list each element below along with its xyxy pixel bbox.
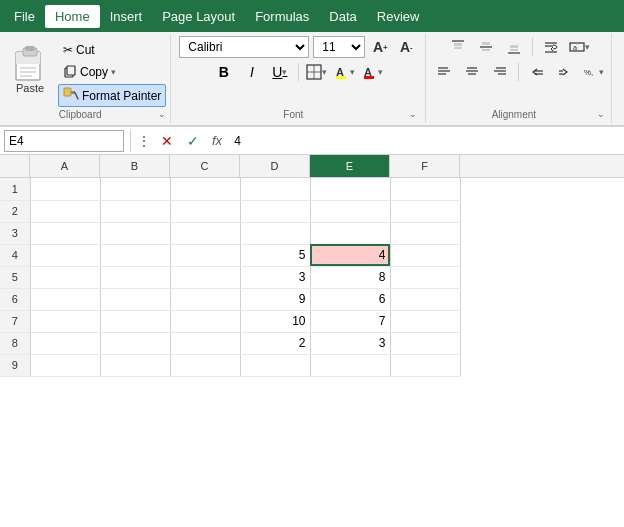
cell-A2[interactable]	[30, 200, 100, 222]
font-size-select[interactable]: 11	[313, 36, 365, 58]
row-header-3[interactable]: 3	[0, 222, 30, 244]
formula-input[interactable]	[230, 130, 620, 152]
row-header-2[interactable]: 2	[0, 200, 30, 222]
cell-D2[interactable]	[240, 200, 310, 222]
number-format-button[interactable]: %, ▾	[581, 61, 605, 83]
menu-page-layout[interactable]: Page Layout	[152, 5, 245, 28]
row-header-9[interactable]: 9	[0, 354, 30, 376]
corner-cell[interactable]	[0, 155, 30, 177]
cell-C9[interactable]	[170, 354, 240, 376]
menu-data[interactable]: Data	[319, 5, 366, 28]
cell-D1[interactable]	[240, 178, 310, 200]
cancel-button[interactable]: ✕	[156, 130, 178, 152]
paste-button[interactable]: Paste	[4, 40, 56, 96]
align-right-button[interactable]	[488, 61, 512, 83]
cell-A8[interactable]	[30, 332, 100, 354]
align-center-button[interactable]	[460, 61, 484, 83]
cell-F2[interactable]	[390, 200, 460, 222]
cell-C4[interactable]	[170, 244, 240, 266]
font-family-select[interactable]: Calibri	[179, 36, 309, 58]
cell-F8[interactable]	[390, 332, 460, 354]
row-header-7[interactable]: 7	[0, 310, 30, 332]
indent-decrease-button[interactable]	[525, 61, 549, 83]
cell-A6[interactable]	[30, 288, 100, 310]
cell-B4[interactable]	[100, 244, 170, 266]
cell-C3[interactable]	[170, 222, 240, 244]
cell-E1[interactable]	[310, 178, 390, 200]
cell-D4[interactable]: 5	[240, 244, 310, 266]
menu-formulas[interactable]: Formulas	[245, 5, 319, 28]
font-size-increase-button[interactable]: A+	[369, 36, 391, 58]
menu-home[interactable]: Home	[45, 5, 100, 28]
cell-B1[interactable]	[100, 178, 170, 200]
cell-F6[interactable]	[390, 288, 460, 310]
cell-F4[interactable]	[390, 244, 460, 266]
font-expand-icon[interactable]: ⌄	[409, 109, 417, 119]
row-header-1[interactable]: 1	[0, 178, 30, 200]
font-size-decrease-button[interactable]: A-	[395, 36, 417, 58]
cell-D8[interactable]: 2	[240, 332, 310, 354]
indent-increase-button[interactable]	[553, 61, 577, 83]
row-header-5[interactable]: 5	[0, 266, 30, 288]
cell-F9[interactable]	[390, 354, 460, 376]
align-bottom-button[interactable]	[502, 36, 526, 58]
align-middle-button[interactable]	[474, 36, 498, 58]
cell-B5[interactable]	[100, 266, 170, 288]
wrap-text-button[interactable]	[539, 36, 563, 58]
cell-A9[interactable]	[30, 354, 100, 376]
cell-B8[interactable]	[100, 332, 170, 354]
col-header-f[interactable]: F	[390, 155, 460, 177]
cell-C7[interactable]	[170, 310, 240, 332]
row-header-8[interactable]: 8	[0, 332, 30, 354]
clipboard-expand-icon[interactable]: ⌄	[158, 109, 166, 119]
cell-E6[interactable]: 6	[310, 288, 390, 310]
cell-B3[interactable]	[100, 222, 170, 244]
cell-B9[interactable]	[100, 354, 170, 376]
cell-F3[interactable]	[390, 222, 460, 244]
cell-F1[interactable]	[390, 178, 460, 200]
col-header-d[interactable]: D	[240, 155, 310, 177]
menu-review[interactable]: Review	[367, 5, 430, 28]
cell-C5[interactable]	[170, 266, 240, 288]
cell-A5[interactable]	[30, 266, 100, 288]
cell-C1[interactable]	[170, 178, 240, 200]
copy-button[interactable]: Copy ▾	[58, 61, 166, 83]
cell-D6[interactable]: 9	[240, 288, 310, 310]
cell-E8[interactable]: 3	[310, 332, 390, 354]
row-header-6[interactable]: 6	[0, 288, 30, 310]
cell-E3[interactable]	[310, 222, 390, 244]
menu-file[interactable]: File	[4, 5, 45, 28]
cell-C6[interactable]	[170, 288, 240, 310]
merge-cells-button[interactable]: a ▾	[567, 36, 591, 58]
font-color-button[interactable]: A ▾	[361, 61, 385, 83]
col-header-a[interactable]: A	[30, 155, 100, 177]
cell-C8[interactable]	[170, 332, 240, 354]
cell-E9[interactable]	[310, 354, 390, 376]
cell-E5[interactable]: 8	[310, 266, 390, 288]
cell-B2[interactable]	[100, 200, 170, 222]
copy-dropdown-arrow[interactable]: ▾	[111, 67, 116, 77]
menu-insert[interactable]: Insert	[100, 5, 153, 28]
underline-button[interactable]: U▾	[268, 61, 292, 83]
cell-D9[interactable]	[240, 354, 310, 376]
cell-A1[interactable]	[30, 178, 100, 200]
cell-D3[interactable]	[240, 222, 310, 244]
cell-B6[interactable]	[100, 288, 170, 310]
confirm-button[interactable]: ✓	[182, 130, 204, 152]
cell-D5[interactable]: 3	[240, 266, 310, 288]
italic-button[interactable]: I	[240, 61, 264, 83]
cell-E2[interactable]	[310, 200, 390, 222]
cell-C2[interactable]	[170, 200, 240, 222]
col-header-e[interactable]: E	[310, 155, 390, 177]
cell-F7[interactable]	[390, 310, 460, 332]
align-left-button[interactable]	[432, 61, 456, 83]
cell-A3[interactable]	[30, 222, 100, 244]
align-top-button[interactable]	[446, 36, 470, 58]
cell-E7[interactable]: 7	[310, 310, 390, 332]
cell-A4[interactable]	[30, 244, 100, 266]
cut-button[interactable]: ✂ Cut	[58, 40, 166, 60]
cell-A7[interactable]	[30, 310, 100, 332]
col-header-b[interactable]: B	[100, 155, 170, 177]
cell-D7[interactable]: 10	[240, 310, 310, 332]
borders-button[interactable]: ▾	[305, 61, 329, 83]
